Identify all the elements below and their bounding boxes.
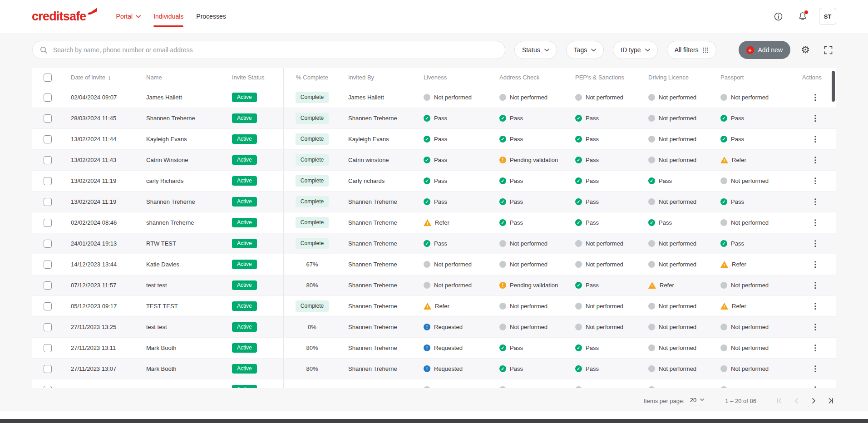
- cell-invited-by: Shannen Treherne: [340, 192, 416, 212]
- nav-individuals[interactable]: Individuals: [153, 0, 183, 33]
- cell-name: test test: [138, 317, 224, 337]
- peps-sanctions-status-icon: [575, 219, 582, 226]
- driving-licence-status-icon: [648, 157, 655, 163]
- first-page-button[interactable]: [774, 395, 785, 406]
- row-checkbox[interactable]: [44, 261, 52, 269]
- cell-peps-sanctions: Not performed: [567, 296, 641, 316]
- passport-status-icon: [720, 261, 728, 268]
- creditsafe-logo[interactable]: creditsafe: [32, 10, 98, 23]
- cell-peps-sanctions: Pass: [567, 129, 641, 149]
- table-row: 02/02/2024 08:46 shannen Treherne Active…: [32, 212, 836, 233]
- row-actions-menu[interactable]: [810, 343, 821, 354]
- filter-tags[interactable]: Tags: [566, 41, 604, 59]
- row-actions-menu[interactable]: [810, 259, 821, 270]
- row-actions-menu[interactable]: [810, 197, 821, 207]
- user-avatar[interactable]: ST: [819, 8, 836, 25]
- horizontal-scrollbar[interactable]: [0, 419, 868, 423]
- cell-driving-licence: Pass: [641, 212, 713, 233]
- row-checkbox[interactable]: [44, 177, 52, 185]
- row-checkbox[interactable]: [44, 365, 52, 373]
- table-row: 13/02/2024 11:44 Kayleigh Evans Active C…: [32, 129, 836, 150]
- row-checkbox[interactable]: [44, 323, 52, 331]
- cell-name: Katie Davies: [138, 254, 224, 275]
- cell-liveness: Pass: [416, 233, 492, 254]
- address-check-status-icon: [499, 365, 506, 372]
- info-button[interactable]: [770, 8, 786, 25]
- row-checkbox[interactable]: [44, 344, 52, 352]
- row-checkbox[interactable]: [44, 198, 52, 206]
- cell-peps-sanctions: Not performed: [567, 233, 641, 254]
- cell-name: Kayleigh Evans: [138, 129, 224, 149]
- row-checkbox[interactable]: [44, 302, 52, 310]
- row-actions-menu[interactable]: [810, 322, 821, 333]
- chevron-down-icon: [591, 49, 596, 52]
- passport-status-icon: [720, 136, 727, 143]
- cell-peps-sanctions: Pass: [567, 338, 641, 358]
- cell-invited-by: [340, 379, 416, 388]
- table-row: Active: [32, 379, 836, 388]
- row-checkbox[interactable]: [44, 156, 52, 164]
- cell-passport: [713, 379, 794, 388]
- driving-licence-status-icon: [648, 261, 655, 268]
- row-checkbox[interactable]: [44, 240, 52, 248]
- address-check-status-icon: [499, 157, 506, 163]
- sort-desc-icon: [105, 74, 111, 81]
- row-actions-menu[interactable]: [810, 113, 821, 124]
- table-row: 13/02/2024 11:19 carly Richards Active C…: [32, 171, 836, 192]
- nav-portal-label: Portal: [116, 13, 133, 20]
- cell-address-check: Pass: [492, 192, 567, 212]
- row-checkbox[interactable]: [44, 386, 52, 389]
- items-per-page-select[interactable]: 20: [689, 397, 705, 405]
- chevron-right-icon: [809, 397, 818, 405]
- address-check-status-icon: [499, 344, 506, 351]
- logo-flag-icon: [87, 7, 98, 15]
- row-checkbox[interactable]: [44, 114, 52, 123]
- row-actions-menu[interactable]: [810, 280, 821, 291]
- cell-date-of-invite: 14/12/2023 13:44: [63, 254, 138, 275]
- cell-liveness: Requested: [416, 317, 492, 337]
- vertical-scrollbar-thumb[interactable]: [832, 71, 835, 102]
- select-all-checkbox[interactable]: [44, 74, 52, 82]
- last-page-button[interactable]: [825, 395, 836, 406]
- row-actions-menu[interactable]: [810, 384, 821, 389]
- row-actions-menu[interactable]: [810, 364, 821, 374]
- settings-button[interactable]: [798, 42, 813, 58]
- row-checkbox[interactable]: [44, 281, 52, 290]
- all-filters-button[interactable]: All filters: [667, 41, 716, 59]
- row-checkbox[interactable]: [44, 135, 52, 143]
- row-actions-menu[interactable]: [810, 155, 821, 166]
- nav-processes[interactable]: Processes: [196, 0, 226, 33]
- cell-invite-status: Active: [224, 212, 283, 233]
- add-new-button[interactable]: Add new: [739, 41, 790, 59]
- passport-status-icon: [720, 282, 727, 289]
- cell-address-check: [492, 379, 567, 388]
- header-divider: [106, 10, 106, 22]
- main-nav: Portal Individuals Processes: [116, 0, 226, 33]
- row-actions-menu[interactable]: [810, 217, 821, 228]
- row-actions-menu[interactable]: [810, 176, 821, 187]
- row-actions-menu[interactable]: [810, 92, 821, 103]
- toolbar: Status Tags ID type All filters: [32, 41, 836, 59]
- cell-name: Shannen Treherne: [138, 192, 224, 212]
- cell-invite-status: Active: [224, 233, 283, 254]
- fullscreen-button[interactable]: [820, 42, 836, 58]
- nav-portal[interactable]: Portal: [116, 0, 141, 33]
- filter-id-type[interactable]: ID type: [613, 41, 657, 59]
- cell-name: Mark Booth: [138, 359, 224, 379]
- row-actions-menu[interactable]: [810, 301, 821, 312]
- filter-status[interactable]: Status: [514, 41, 557, 59]
- cell-driving-licence: Not performed: [641, 254, 713, 275]
- column-header-date[interactable]: Date of invite: [63, 68, 138, 87]
- driving-licence-status-icon: [648, 240, 655, 247]
- search-input[interactable]: [52, 46, 498, 54]
- row-checkbox[interactable]: [44, 219, 52, 227]
- plus-icon: [746, 46, 754, 54]
- invite-status-badge: Active: [232, 343, 257, 353]
- row-checkbox[interactable]: [44, 93, 52, 102]
- cell-liveness: Requested: [416, 338, 492, 358]
- next-page-button[interactable]: [808, 395, 819, 406]
- notifications-button[interactable]: [794, 8, 811, 25]
- previous-page-button[interactable]: [791, 395, 802, 406]
- row-actions-menu[interactable]: [810, 134, 821, 145]
- row-actions-menu[interactable]: [810, 238, 821, 249]
